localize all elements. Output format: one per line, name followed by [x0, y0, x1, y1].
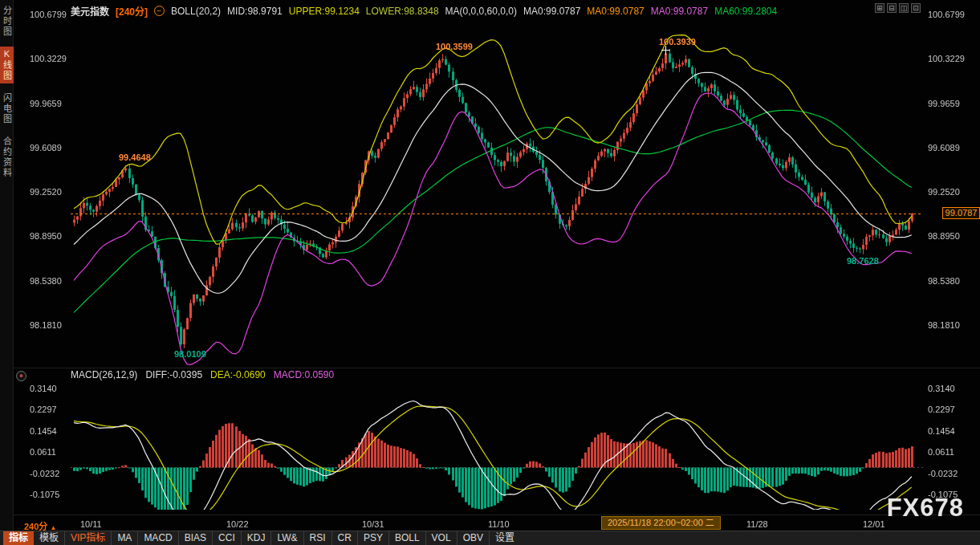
price-chart-canvas[interactable]	[0, 0, 980, 545]
trading-app-window: 分时图 K线图 闪电图 合约资料 美元指数 [240分] − BOLL(20,2…	[0, 0, 980, 545]
sidebar-tab-contract-info[interactable]: 合约资料	[0, 134, 14, 181]
bottombar-item-ma[interactable]: MA	[111, 531, 137, 545]
boll-lower-value: LOWER:98.8348	[366, 6, 439, 17]
bottombar-item-kdj[interactable]: KDJ	[241, 531, 271, 545]
period-label[interactable]: [240分]	[116, 4, 148, 18]
current-price-badge: 99.0787	[942, 207, 980, 219]
bottombar-item-bias[interactable]: BIAS	[178, 531, 212, 545]
bottombar-item-obv[interactable]: OBV	[457, 531, 489, 545]
bottombar-item-boll[interactable]: BOLL	[388, 531, 425, 545]
ma-params-label: MA(0,0,0,60,0,0)	[445, 6, 517, 17]
bottombar-item-indicators-tab[interactable]: 指标	[3, 531, 34, 545]
main-indicator-header: 美元指数 [240分] − BOLL(20,2) MID:98.9791 UPP…	[71, 4, 777, 18]
ma0-value-2: MA0:99.0787	[587, 6, 644, 17]
sidebar-tab-timeline[interactable]: 分时图	[0, 3, 14, 39]
macd-macd-value: MACD:0.0590	[274, 369, 334, 380]
ma60-value: MA60:99.2804	[714, 6, 777, 17]
bottombar-item-templates-tab[interactable]: 模板	[34, 531, 64, 545]
ma0-value-3: MA0:99.0787	[651, 6, 708, 17]
macd-dea-value: DEA:-0.0690	[210, 369, 266, 380]
remove-indicator-icon[interactable]: −	[154, 6, 165, 16]
indicator-toggle-icon[interactable]: ●	[16, 371, 26, 381]
horizontal-split-icon[interactable]: ⊟	[887, 3, 897, 13]
ma0-value-1: MA0:99.0787	[523, 6, 580, 17]
boll-params-label: BOLL(20,2)	[171, 6, 221, 17]
bottombar-item-vol[interactable]: VOL	[425, 531, 457, 545]
sidebar-tab-kline[interactable]: K线图	[0, 47, 14, 83]
sidebar-tab-flash[interactable]: 闪电图	[0, 91, 14, 127]
bottombar-item-settings[interactable]: 设置	[489, 531, 520, 545]
bottombar-item-lw[interactable]: LW&	[270, 531, 303, 545]
grid-layout-icon[interactable]: ⊞	[875, 3, 884, 13]
bottombar-item-psy[interactable]: PSY	[357, 531, 388, 545]
window-layout-icons: ⊞⊟◫⊡	[875, 3, 921, 13]
bottombar-item-cr[interactable]: CR	[331, 531, 357, 545]
bottom-toolbar: 指标模板VIP指标MAMACDBIASCCIKDJLW&RSICRPSYBOLL…	[0, 531, 980, 545]
symbol-name: 美元指数	[71, 4, 109, 18]
bottombar-item-cci[interactable]: CCI	[212, 531, 241, 545]
boll-mid-value: MID:98.9791	[227, 6, 283, 17]
bottombar-item-macd[interactable]: MACD	[137, 531, 177, 545]
single-window-icon[interactable]: ⊡	[911, 3, 921, 13]
macd-indicator-header: MACD(26,12,9) DIFF:-0.0395 DEA:-0.0690 M…	[71, 369, 334, 380]
left-sidebar: 分时图 K线图 闪电图 合约资料	[0, 0, 14, 545]
vertical-split-icon[interactable]: ◫	[899, 3, 909, 13]
boll-upper-value: UPPER:99.1234	[289, 6, 360, 17]
macd-diff-value: DIFF:-0.0395	[145, 369, 202, 380]
macd-params-label: MACD(26,12,9)	[71, 369, 137, 380]
bottombar-item-vip-indicators[interactable]: VIP指标	[64, 531, 111, 545]
bottombar-item-rsi[interactable]: RSI	[303, 531, 331, 545]
crosshair-date-label: 2025/11/18 22:00~02:00 二	[601, 516, 721, 530]
